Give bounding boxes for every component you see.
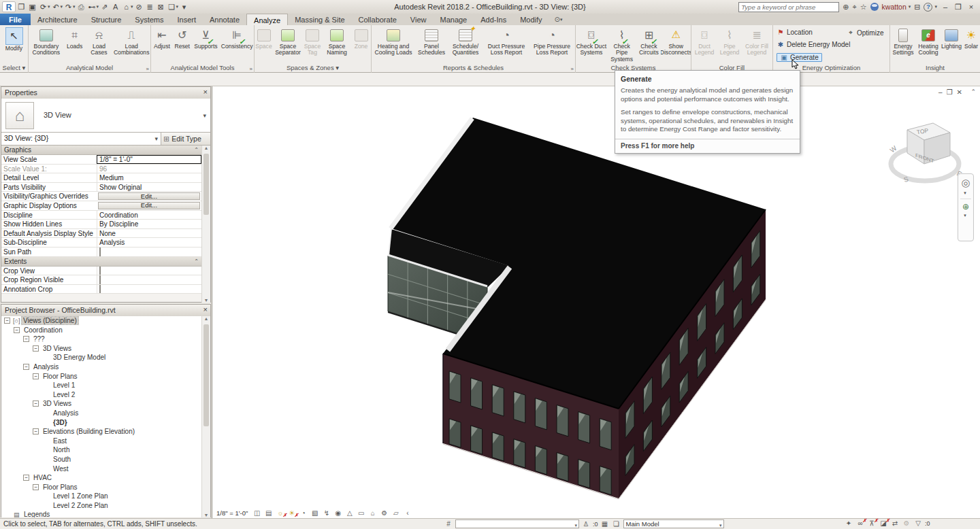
type-selector[interactable]: ⌂ 3D View ▾ — [1, 99, 210, 133]
sync-icon[interactable]: ⟳ — [38, 1, 48, 12]
prop-row-visibility-overrides[interactable]: Visibility/Graphics OverridesEdit... — [1, 192, 201, 201]
measure-dropdown-icon[interactable]: ▾ — [97, 4, 99, 10]
print-icon[interactable]: ⎙ — [76, 1, 86, 12]
select-links-icon[interactable]: ∞✗ — [855, 519, 865, 527]
temporary-view-properties-icon[interactable]: ⌂ — [368, 509, 377, 517]
collapse-section-icon[interactable]: ⌃ — [194, 147, 199, 153]
heating-cooling-button[interactable]: e Heating Cooling — [916, 25, 941, 63]
zoom-dropdown-icon[interactable]: ▾ — [964, 213, 966, 218]
default-3d-view-icon[interactable]: ⌂ — [121, 1, 131, 12]
minimize-button[interactable]: – — [941, 3, 950, 11]
dialog-launcher-icon[interactable]: » — [250, 66, 252, 72]
sync-dropdown-icon[interactable]: ▾ — [48, 4, 50, 10]
chevron-down-icon[interactable]: ▾ — [203, 112, 206, 119]
tab-analyze[interactable]: Analyze — [246, 14, 288, 25]
tab-architecture[interactable]: Architecture — [31, 14, 84, 25]
active-design-option-select[interactable]: Main Model▾ — [623, 519, 724, 528]
tree-item-east[interactable]: East — [1, 437, 201, 446]
save-icon[interactable]: ▣ — [27, 1, 37, 12]
ribbon-display-icon[interactable]: ⊙ — [555, 16, 560, 23]
view-minimize-icon[interactable]: ‒ — [938, 88, 943, 96]
tree-item-views-discipline[interactable]: −[○]Views (Discipline) — [1, 316, 201, 326]
tree-item-3d-view-active[interactable]: {3D} — [1, 418, 201, 428]
heating-cooling-loads-button[interactable]: Heating and Cooling Loads — [372, 25, 415, 63]
visual-style-icon[interactable]: ◫ — [252, 509, 261, 517]
prop-row-show-hidden-lines[interactable]: Show Hidden LinesBy Discipline — [1, 220, 201, 229]
gear-icon[interactable]: ⚙ — [902, 519, 911, 527]
favorites-icon[interactable]: ☆ — [860, 3, 867, 12]
reveal-hidden-elements-icon[interactable]: ▭ — [357, 509, 365, 517]
section-extents[interactable]: Extents⌃ — [1, 257, 201, 267]
crop-region-icon[interactable]: ↯ — [322, 509, 331, 517]
project-browser-title[interactable]: Project Browser - OfficeBuilding.rvt× — [1, 305, 210, 316]
properties-scrollbar[interactable]: ▲▼ — [201, 146, 210, 303]
tab-insert[interactable]: Insert — [170, 14, 203, 25]
panel-schedules-button[interactable]: Panel Schedules — [415, 25, 448, 63]
tree-item-north[interactable]: North — [1, 445, 201, 455]
active-workset-select[interactable]: ▾ — [455, 519, 579, 528]
zone-button[interactable]: Zone — [352, 25, 370, 63]
consistency-button[interactable]: ⊫✓ Consistency — [220, 25, 254, 63]
delete-energy-model-button[interactable]: ✱ Delete Energy Model — [777, 41, 850, 48]
tree-item-3d-energy-model[interactable]: 3D Energy Model — [1, 353, 201, 362]
tree-item-floor-plans[interactable]: −Floor Plans — [1, 372, 201, 381]
close-button[interactable]: × — [966, 3, 976, 11]
prop-row-graphic-display-options[interactable]: Graphic Display OptionsEdit... — [1, 201, 201, 211]
tab-file[interactable]: File — [0, 14, 31, 25]
loads-button[interactable]: ⌗ Loads — [64, 25, 86, 63]
sun-path-checkbox[interactable] — [99, 248, 101, 256]
undo-dropdown-icon[interactable]: ▾ — [61, 4, 63, 10]
prop-row-default-analysis-display-style[interactable]: Default Analysis Display StyleNone — [1, 229, 201, 239]
tree-item-3d-views-analysis[interactable]: −3D Views — [1, 399, 201, 409]
panel-spaces-zones-label[interactable]: Spaces & Zones ▾ — [255, 63, 371, 73]
sun-path-off-icon[interactable]: ☼✗ — [276, 509, 284, 517]
prop-row-parts-visibility[interactable]: Parts VisibilityShow Original — [1, 183, 201, 192]
collapse-section-icon[interactable]: ⌃ — [194, 258, 199, 264]
chevron-down-icon[interactable]: ▾ — [154, 135, 158, 142]
tree-item-3d-views[interactable]: −3D Views — [1, 344, 201, 354]
user-dropdown-icon[interactable]: ▾ — [909, 4, 911, 10]
measure-icon[interactable]: ⊷ — [87, 1, 97, 12]
prop-row-sun-path[interactable]: Sun Path — [1, 248, 201, 257]
zoom-icon[interactable]: ⊕ — [962, 202, 969, 211]
drawing-area[interactable]: ‒ ❐ ✕ ⌃ W S E TOP FRONT ◎ ▾ ⊕ ▾ 1/8" = 1… — [213, 86, 980, 518]
worksets-icon[interactable]: # — [444, 520, 453, 528]
close-hidden-windows-icon[interactable]: ⊠ — [156, 1, 166, 12]
lighting-button[interactable]: Lighting — [941, 25, 962, 63]
edit-display-options-button[interactable]: Edit... — [98, 202, 200, 209]
tree-item-west[interactable]: West — [1, 464, 201, 474]
location-button[interactable]: ⚑ Location — [777, 29, 813, 36]
prop-row-crop-region-visible[interactable]: Crop Region Visible — [1, 275, 201, 285]
panel-select-label[interactable]: Select ▾ — [0, 63, 28, 73]
tree-item-hvac-floor-plans[interactable]: −Floor Plans — [1, 483, 201, 492]
boundary-conditions-button[interactable]: Boundary Conditions — [29, 25, 64, 63]
prop-row-sub-discipline[interactable]: Sub-DisciplineAnalysis — [1, 238, 201, 248]
solar-button[interactable]: ☀ Solar — [962, 25, 980, 63]
revit-logo-icon[interactable]: R — [2, 1, 16, 12]
editing-requests-icon[interactable]: ♙ — [581, 520, 591, 528]
reset-button[interactable]: ↺ Reset — [173, 25, 192, 63]
help-search-input[interactable] — [738, 2, 839, 12]
help-icon[interactable]: ? — [924, 3, 932, 12]
tree-item-level-2-zone-plan[interactable]: Level 2 Zone Plan — [1, 501, 201, 511]
tab-view[interactable]: View — [404, 14, 434, 25]
redo-icon[interactable]: ↷ — [63, 1, 74, 12]
properties-title[interactable]: Properties× — [1, 87, 210, 99]
tree-item-level-1-zone-plan[interactable]: Level 1 Zone Plan — [1, 492, 201, 501]
edit-overrides-button[interactable]: Edit... — [98, 192, 200, 200]
check-pipe-systems-button[interactable]: ⌇✓ Check Pipe Systems — [607, 25, 637, 63]
prop-row-annotation-crop[interactable]: Annotation Crop — [1, 285, 201, 294]
browser-scrollbar[interactable]: ▲▼ — [201, 316, 210, 517]
tree-item-coordination[interactable]: −Coordination — [1, 326, 201, 335]
tab-structure[interactable]: Structure — [84, 14, 129, 25]
duct-legend-button[interactable]: ⌼ Duct Legend — [691, 25, 717, 63]
restore-button[interactable]: ❐ — [953, 3, 963, 12]
view-restore-icon[interactable]: ❐ — [947, 88, 953, 96]
view-scale-button[interactable]: 1/8" = 1'-0" — [216, 509, 248, 517]
help-dropdown-icon[interactable]: ▾ — [934, 4, 937, 10]
wheel-dropdown-icon[interactable]: ▾ — [964, 190, 966, 196]
tab-annotate[interactable]: Annotate — [203, 14, 246, 25]
communication-center-icon[interactable]: ⌖ — [852, 3, 856, 12]
view-instance-select[interactable]: 3D View: {3D}▾ — [1, 133, 161, 145]
dialog-launcher-icon[interactable]: » — [571, 66, 574, 72]
